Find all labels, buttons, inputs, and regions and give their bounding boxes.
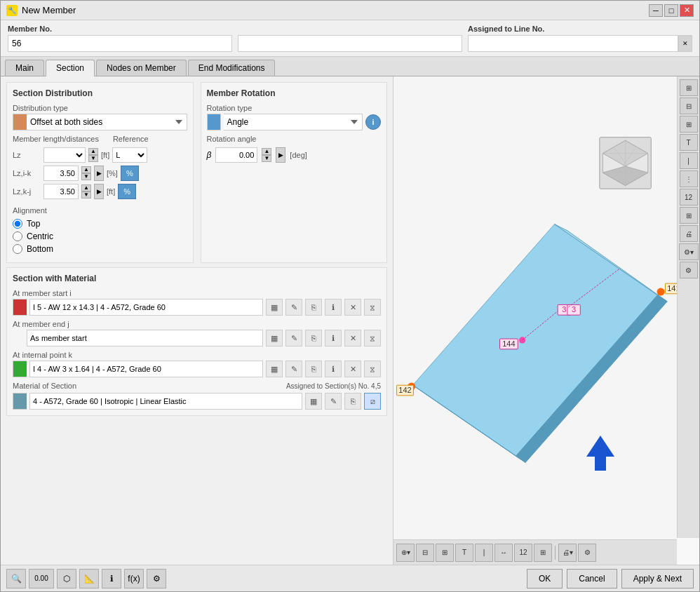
lz-kj-arrow-btn[interactable]: ▶ (94, 184, 104, 199)
swm-internal-filter-btn[interactable]: ⧖ (364, 361, 381, 377)
swm-end-copy-btn[interactable]: ⎘ (305, 330, 322, 347)
tool-node-btn[interactable]: ⬡ (57, 569, 76, 588)
material-copy-btn[interactable]: ⎘ (344, 393, 361, 410)
tool-coord-btn[interactable]: 0.00 (29, 569, 54, 588)
lz-kj-down-btn[interactable]: ▼ (81, 191, 91, 199)
rt-grid-btn[interactable]: ⋮ (680, 170, 698, 187)
apply-next-button[interactable]: Apply & Next (621, 569, 694, 588)
rt-text-btn[interactable]: T (680, 134, 698, 151)
material-edit-btn[interactable]: ✎ (325, 393, 342, 410)
swm-start-select[interactable]: I 5 - AW 12 x 14.3 | 4 - A572, Grade 60 (29, 299, 263, 316)
beta-down-btn[interactable]: ▼ (262, 155, 271, 162)
lz-ref-select[interactable]: L (112, 147, 147, 163)
tool-search-btn[interactable]: 🔍 (6, 569, 26, 588)
swm-internal-table-btn[interactable]: ▦ (266, 361, 283, 377)
rb-cursor-btn[interactable]: ⊕▾ (396, 544, 415, 562)
swm-start-filter-btn[interactable]: ⧖ (364, 299, 381, 316)
minimize-button[interactable]: ─ (649, 4, 663, 17)
alignment-top-radio[interactable] (13, 219, 22, 229)
tab-end-modifications[interactable]: End Modifications (188, 60, 276, 76)
swm-internal-delete-btn[interactable]: ✕ (344, 361, 361, 377)
line-no-clear-button[interactable]: ✕ (678, 35, 692, 52)
rb-num2-btn[interactable]: 12 (514, 544, 532, 562)
blue-arrow-indicator (579, 432, 621, 476)
lz-kj-up-btn[interactable]: ▲ (81, 184, 91, 191)
swm-end-delete-btn[interactable]: ✕ (344, 330, 361, 347)
rb-plane-btn[interactable]: ⊞ (436, 544, 454, 562)
material-swatch (13, 393, 27, 410)
alignment-bottom-radio[interactable] (13, 244, 22, 254)
swm-end-table-btn[interactable]: ▦ (266, 330, 283, 347)
material-table-btn[interactable]: ▦ (305, 393, 322, 410)
lz-ik-down-btn[interactable]: ▼ (81, 173, 91, 180)
swm-start-edit-btn[interactable]: ✎ (285, 299, 302, 316)
swm-start-info-btn[interactable]: ℹ (325, 299, 342, 316)
material-select[interactable]: 4 - A572, Grade 60 | Isotropic | Linear … (29, 393, 302, 410)
rt-settings-btn[interactable]: ⚙▾ (679, 243, 699, 260)
swm-internal-copy-btn[interactable]: ⎘ (305, 361, 322, 377)
distribution-type-select[interactable]: Offset at both sides Uniform Linear Tape… (27, 114, 187, 130)
line-no-input[interactable] (468, 35, 678, 52)
swm-end-input-row: As member start ▦ ✎ ⎘ ℹ ✕ ⧖ (13, 330, 381, 347)
member-extra-input[interactable] (238, 35, 462, 52)
swm-internal-edit-btn[interactable]: ✎ (285, 361, 302, 377)
beta-arrow-btn[interactable]: ▶ (276, 147, 285, 163)
rt-print-btn[interactable]: 🖨 (680, 225, 698, 242)
lz-ik-input[interactable] (43, 166, 79, 181)
rt-table2-btn[interactable]: ⊞ (680, 207, 698, 224)
tab-nodes[interactable]: Nodes on Member (96, 60, 187, 76)
tool-settings-btn[interactable]: ⚙ (147, 569, 166, 588)
rb-vertical-btn[interactable]: | (475, 544, 493, 562)
rt-tool-btn[interactable]: ⚙ (680, 262, 698, 278)
rt-line-btn[interactable]: | (680, 152, 698, 169)
swm-start-table-btn[interactable]: ▦ (266, 299, 283, 316)
rt-select-btn[interactable]: ⊞ (680, 79, 698, 96)
material-highlight-btn[interactable]: ⧄ (364, 393, 381, 410)
tab-section[interactable]: Section (46, 60, 95, 76)
alignment-section: Alignment Top Centric Bottom (13, 206, 187, 254)
tool-info-btn[interactable]: ℹ (102, 569, 121, 588)
rb-print2-btn[interactable]: 🖨▾ (558, 544, 577, 562)
rt-view1-btn[interactable]: ⊟ (680, 97, 698, 114)
rt-num-btn[interactable]: 12 (680, 189, 698, 206)
rotation-info-button[interactable]: i (365, 114, 381, 130)
ok-button[interactable]: OK (527, 569, 563, 588)
swm-internal-select[interactable]: I 4 - AW 3 x 1.64 | 4 - A572, Grade 60 (29, 361, 263, 377)
rb-text2-btn[interactable]: T (455, 544, 473, 562)
rotation-type-select[interactable]: Angle Vector Point (224, 114, 363, 130)
lz-up-btn[interactable]: ▲ (88, 148, 98, 155)
rb-spacing-btn[interactable]: ↔ (494, 544, 513, 562)
maximize-button[interactable]: □ (664, 4, 678, 17)
rt-view2-btn[interactable]: ⊞ (680, 116, 698, 133)
member-no-input[interactable] (8, 35, 232, 52)
lz-ik-label: Lz,i-k (13, 169, 41, 177)
lz-down-btn[interactable]: ▼ (88, 155, 98, 162)
swm-start-delete-btn[interactable]: ✕ (344, 299, 361, 316)
lz-ik-pct-btn[interactable]: % (121, 166, 139, 181)
lz-kj-input[interactable] (43, 184, 79, 199)
lz-select[interactable] (43, 147, 86, 163)
lz-ik-up-btn[interactable]: ▲ (81, 166, 91, 173)
lz-ik-arrow-btn[interactable]: ▶ (94, 166, 104, 181)
beta-input[interactable] (215, 147, 257, 163)
swm-start-copy-btn[interactable]: ⎘ (305, 299, 322, 316)
lz-ik-row: Lz,i-k ▲ ▼ ▶ [%] % (13, 166, 187, 181)
swm-end-edit-btn[interactable]: ✎ (285, 330, 302, 347)
rb-settings2-btn[interactable]: ⚙ (578, 544, 596, 562)
tab-main[interactable]: Main (5, 60, 44, 76)
bottom-toolbar: 🔍 0.00 ⬡ 📐 ℹ f(x) ⚙ OK Cancel Apply & Ne… (1, 565, 699, 591)
lz-kj-pct-btn[interactable]: % (118, 184, 136, 199)
cancel-button[interactable]: Cancel (567, 569, 617, 588)
swm-end-select[interactable]: As member start (27, 330, 263, 347)
tool-formula-btn[interactable]: f(x) (124, 569, 144, 588)
swm-internal-info-btn[interactable]: ℹ (325, 361, 342, 377)
beta-up-btn[interactable]: ▲ (262, 148, 271, 155)
tool-measure-btn[interactable]: 📐 (79, 569, 99, 588)
swm-end-info-btn[interactable]: ℹ (325, 330, 342, 347)
rb-view-btn[interactable]: ⊟ (416, 544, 434, 562)
alignment-top-row: Top (13, 219, 187, 229)
swm-end-filter-btn[interactable]: ⧖ (364, 330, 381, 347)
close-button[interactable]: ✕ (680, 4, 694, 17)
rb-grid2-btn[interactable]: ⊞ (534, 544, 552, 562)
alignment-centric-radio[interactable] (13, 231, 22, 241)
